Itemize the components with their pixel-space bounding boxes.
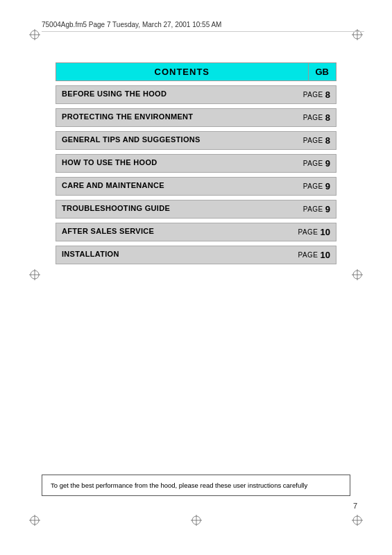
page-num: 8 (325, 112, 330, 123)
page-num: 10 (321, 227, 330, 237)
footer-note: To get the best performance from the hoo… (42, 475, 350, 496)
crosshair-middle-right (352, 269, 363, 280)
page-word: PAGE (303, 114, 323, 121)
header-bar: 75004Agb.fm5 Page 7 Tuesday, March 27, 2… (42, 21, 364, 32)
page-word: PAGE (303, 91, 323, 99)
page-word: PAGE (298, 251, 318, 259)
page-num: 10 (321, 250, 330, 260)
table-row: PROTECTING THE ENVIRONMENTPAGE8 (56, 108, 336, 127)
page-num: 9 (325, 204, 330, 214)
crosshair-middle-left (29, 269, 40, 280)
page-num: 8 (325, 135, 330, 146)
contents-rows: BEFORE USING THE HOODPAGE8PROTECTING THE… (56, 85, 336, 264)
row-label: AFTER SALES SERVICE (56, 223, 287, 241)
page-num: 9 (325, 181, 330, 191)
row-label: BEFORE USING THE HOOD (56, 86, 287, 103)
row-label: PROTECTING THE ENVIRONMENT (56, 109, 287, 126)
contents-title-row: CONTENTS GB (56, 62, 336, 81)
row-page: PAGE9 (287, 200, 336, 218)
row-label: CARE AND MAINTENANCE (56, 178, 287, 195)
contents-table: CONTENTS GB BEFORE USING THE HOODPAGE8PR… (56, 62, 336, 264)
page-word: PAGE (303, 182, 323, 190)
row-label: TROUBLESHOOTING GUIDE (56, 200, 287, 218)
crosshair-bottom-center (191, 515, 202, 526)
row-page: PAGE8 (287, 132, 336, 149)
page-num: 9 (325, 158, 330, 169)
table-row: BEFORE USING THE HOODPAGE8 (56, 85, 336, 104)
row-page: PAGE8 (287, 109, 336, 126)
row-page: PAGE9 (287, 155, 336, 172)
page-word: PAGE (303, 160, 323, 167)
table-row: TROUBLESHOOTING GUIDEPAGE9 (56, 200, 336, 219)
row-page: PAGE10 (287, 246, 336, 264)
row-page: PAGE9 (287, 178, 336, 195)
row-page: PAGE10 (287, 223, 336, 241)
page-word: PAGE (298, 228, 318, 236)
crosshair-bottom-right (352, 515, 363, 526)
page: 75004Agb.fm5 Page 7 Tuesday, March 27, 2… (0, 0, 392, 555)
table-row: AFTER SALES SERVICEPAGE10 (56, 223, 336, 241)
table-row: HOW TO USE THE HOODPAGE9 (56, 154, 336, 173)
row-label: HOW TO USE THE HOOD (56, 155, 287, 172)
page-word: PAGE (303, 137, 323, 144)
table-row: GENERAL TIPS AND SUGGESTIONSPAGE8 (56, 131, 336, 150)
table-row: CARE AND MAINTENANCEPAGE9 (56, 177, 336, 196)
table-row: INSTALLATIONPAGE10 (56, 246, 336, 264)
crosshair-top-left (29, 29, 40, 40)
row-label: INSTALLATION (56, 246, 287, 264)
page-number: 7 (353, 502, 357, 510)
crosshair-bottom-left (29, 515, 40, 526)
contents-title: CONTENTS (56, 62, 309, 81)
row-page: PAGE8 (287, 86, 336, 103)
page-word: PAGE (303, 205, 323, 213)
row-label: GENERAL TIPS AND SUGGESTIONS (56, 132, 287, 149)
gb-label: GB (309, 62, 337, 81)
file-info: 75004Agb.fm5 Page 7 Tuesday, March 27, 2… (42, 21, 221, 28)
page-num: 8 (325, 89, 330, 100)
